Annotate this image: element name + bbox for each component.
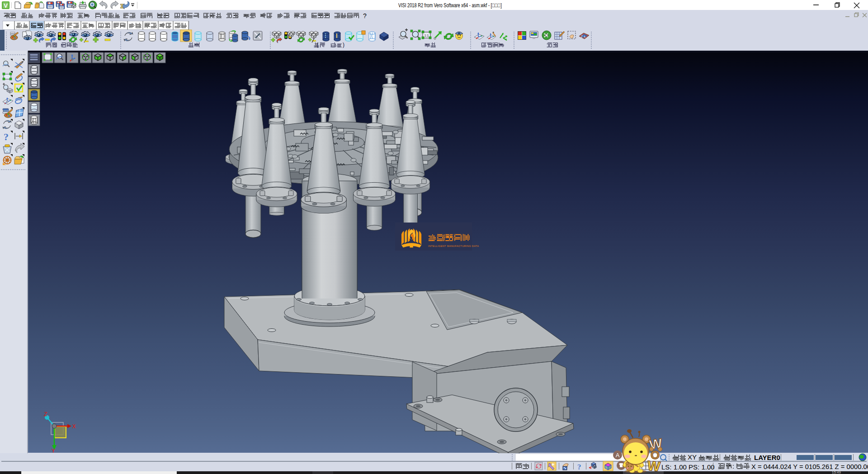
svg-text:X: X [72, 423, 76, 430]
svg-text:W: W [646, 458, 661, 474]
svg-text:?: ? [577, 463, 581, 471]
svg-text::: : [732, 462, 734, 470]
svg-text:LAYER0: LAYER0 [754, 454, 780, 461]
svg-text:X = 0444.024 Y = 0105.261 Z =: X = 0444.024 Y = 0105.261 Z = 0000.000 [751, 463, 868, 470]
svg-text:XY: XY [688, 453, 697, 461]
svg-text:Z: Z [44, 411, 47, 418]
svg-text:(: ( [316, 42, 318, 48]
svg-text:?: ? [4, 131, 9, 142]
svg-text:1:1: 1:1 [425, 34, 429, 37]
svg-text:A: A [616, 452, 620, 459]
svg-text:): ) [343, 42, 344, 48]
svg-text:INTELLIGENT MANUFACTURING DATA: INTELLIGENT MANUFACTURING DATA [428, 245, 479, 247]
